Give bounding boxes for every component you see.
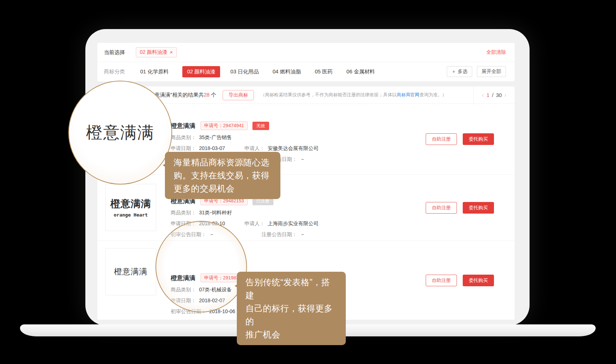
current-selection-label: 当前选择 — [104, 49, 125, 56]
results-count: 28 — [204, 92, 210, 98]
tooltip-line: 更多的交易机会 — [174, 182, 272, 195]
application-number-tag: 申请号：29474941 — [200, 121, 248, 130]
filter-panel: 当前选择 02 颜料油漆 × 全部清除 商标分类 01 化学原料 02 颜料油漆… — [97, 43, 515, 81]
tooltip-line: 推广机会 — [246, 328, 337, 341]
self-register-button[interactable]: 自助注册 — [426, 133, 457, 145]
tooltip-marketplace: 海量精品商标资源随心选 购。支持在线交易，获得 更多的交易机会 — [165, 152, 280, 199]
applicant-col: 申请人： 安徽美达会展有限公司 — [244, 145, 319, 152]
category-02-active[interactable]: 02 颜料油漆 — [182, 66, 220, 77]
self-register-button[interactable]: 自助注册 — [426, 275, 457, 286]
results-disclaimer: （商标检索结果仅供参考，不作为商标能否注册的法律依据；具体以商标局官网查询为准。… — [260, 92, 473, 98]
category-03[interactable]: 03 日化用品 — [230, 68, 259, 75]
selected-filter-chip[interactable]: 02 颜料油漆 × — [136, 47, 177, 57]
applicant-value: 上海雨步实业有限公司 — [268, 221, 319, 227]
category-label: 商品类别： — [171, 134, 196, 141]
chevron-right-icon[interactable]: › — [504, 92, 506, 98]
status-badge: 无效 — [252, 122, 269, 130]
disclaimer-suffix: 查询为准。） — [420, 92, 447, 97]
pagination-current-page: 1 — [486, 92, 489, 98]
tooltip-line: 购。支持在线交易，获得 — [174, 169, 272, 182]
apply-date-label: 申请日期： — [171, 145, 196, 152]
chevron-left-icon[interactable]: ‹ — [482, 92, 484, 98]
application-number-value: 29474941 — [223, 123, 244, 128]
trademark-name[interactable]: 橙意满满 — [171, 122, 195, 130]
pagination-separator: / — [492, 92, 493, 98]
trademark-image-tile: 橙意满满 — [105, 248, 156, 295]
row-actions: 自助注册 委托购买 — [426, 275, 494, 286]
pagination-total-pages: 30 — [496, 92, 502, 98]
category-row-label: 商标分类 — [104, 68, 125, 75]
entrust-purchase-button[interactable]: 委托购买 — [463, 133, 494, 145]
category-value: 31类-饲料种籽 — [199, 210, 232, 216]
trademark-tile-text: 橙意满满 — [110, 197, 151, 210]
application-number-label: 申请号： — [204, 123, 223, 128]
category-line: 商品类别： 35类-广告销售 — [171, 134, 335, 141]
close-icon[interactable]: × — [170, 49, 173, 55]
row-actions: 自助注册 委托购买 — [426, 202, 494, 214]
apply-date-value: 2018-03-07 — [199, 145, 225, 152]
self-register-button[interactable]: 自助注册 — [426, 202, 457, 214]
category-06[interactable]: 06 金属材料 — [346, 68, 375, 75]
entrust-purchase-button[interactable]: 委托购买 — [463, 275, 494, 286]
magnifier-circle-outline — [155, 221, 247, 312]
results-summary-suffix: 个 — [210, 92, 216, 98]
applicant-label: 申请人： — [244, 145, 265, 152]
trademark-tile-text: 橙意满满 — [114, 266, 147, 277]
reg-publication-value: － — [300, 156, 305, 163]
reg-publication-value: － — [300, 231, 305, 238]
applicant-value: 安徽美达会展有限公司 — [268, 145, 319, 152]
clear-all-link[interactable]: 全部清除 — [486, 49, 506, 56]
magnifier-circle: 橙意满满 — [68, 81, 172, 185]
export-trademark-button[interactable]: 导出商标 — [223, 90, 254, 100]
date-applicant-line: 申请日期： 2018-03-07 申请人： 安徽美达会展有限公司 — [171, 145, 335, 152]
trademark-tile-subtext: orange Heart — [114, 212, 148, 218]
reg-publication-label: 注册公告日期： — [262, 231, 297, 238]
trademark-title-line: 橙意满满 申请号：29474941 无效 — [171, 121, 335, 130]
current-selection-row: 当前选择 02 颜料油漆 × 全部清除 — [97, 43, 515, 62]
multi-select-button[interactable]: ＋ 多选 — [447, 66, 472, 77]
reg-publication-col: 注册公告日期： － — [262, 231, 321, 238]
tooltip-line: 海量精品商标资源随心选 — [174, 156, 272, 169]
trademark-office-link[interactable]: 商标局官网 — [397, 92, 420, 97]
category-01[interactable]: 01 化学原料 — [140, 68, 169, 75]
page-background: 当前选择 02 颜料油漆 × 全部清除 商标分类 01 化学原料 02 颜料油漆… — [0, 0, 616, 364]
tooltip-line: 自己的标行，获得更多的 — [246, 302, 337, 328]
pagination: ‹ 1 / 30 › — [473, 86, 515, 104]
category-05[interactable]: 05 医药 — [315, 68, 333, 75]
disclaimer-prefix: （商标检索结果仅供参考，不作为商标能否注册的法律依据；具体以 — [260, 92, 397, 97]
applicant-col: 申请人： 上海雨步实业有限公司 — [244, 221, 319, 227]
trademark-image-tile: 橙意满满 orange Heart — [105, 184, 156, 231]
entrust-purchase-button[interactable]: 委托购买 — [463, 202, 494, 214]
category-row: 商标分类 01 化学原料 02 颜料油漆 03 日化用品 04 燃料油脂 05 … — [97, 62, 515, 81]
apply-date-col: 申请日期： 2018-03-07 — [171, 145, 231, 152]
magnified-trademark-text: 橙意满满 — [86, 122, 154, 143]
applicant-label: 申请人： — [244, 221, 265, 227]
category-label: 商品类别： — [171, 210, 196, 216]
table-row: 橙意满满 orange Heart 橙意满满 申请号：29482153 已注册 … — [97, 174, 515, 240]
expand-all-button[interactable]: 展开全部 — [477, 66, 506, 77]
tooltip-promotion: 告别传统“发表格”，搭建 自己的标行，获得更多的 推广机会 — [237, 272, 346, 345]
category-line: 商品类别： 31类-饲料种籽 — [171, 210, 335, 216]
category-value: 35类-广告销售 — [199, 134, 232, 141]
tooltip-line: 告别传统“发表格”，搭建 — [246, 276, 337, 302]
category-04[interactable]: 04 燃料油脂 — [273, 68, 301, 75]
selected-filter-chip-label: 02 颜料油漆 — [140, 49, 167, 56]
row-actions: 自助注册 委托购买 — [426, 133, 494, 145]
